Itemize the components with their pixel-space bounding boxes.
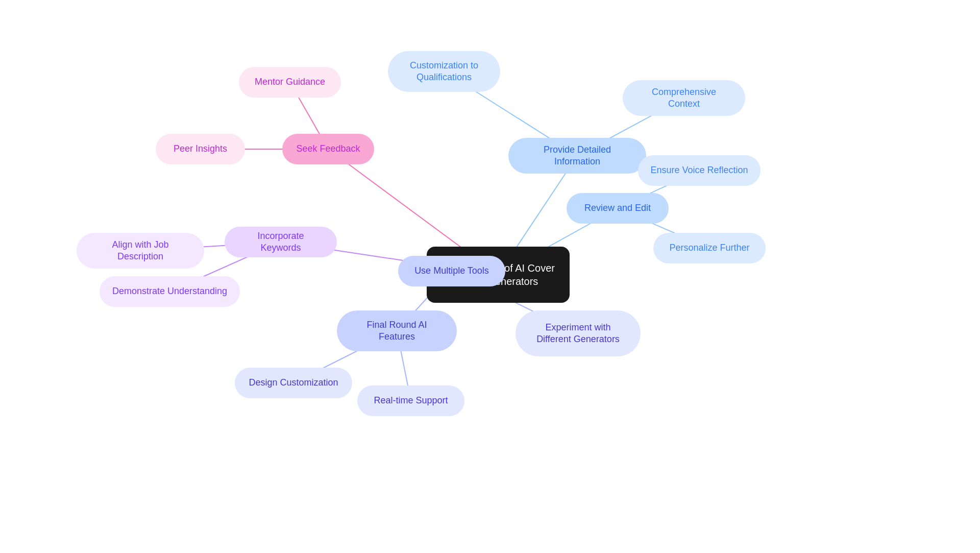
incorporate-keywords-node: Incorporate Keywords [225, 227, 337, 257]
demonstrate-node: Demonstrate Understanding [100, 276, 240, 307]
use-multiple-node: Use Multiple Tools [398, 256, 505, 286]
design-custom-node: Design Customization [235, 368, 352, 398]
align-job-node: Align with Job Description [77, 233, 204, 269]
mindmap: Effective Use of AI Cover Letter Generat… [0, 0, 980, 553]
peer-insights-node: Peer Insights [156, 134, 245, 164]
mentor-guidance-node: Mentor Guidance [239, 67, 341, 98]
comprehensive-node: Comprehensive Context [623, 80, 745, 116]
realtime-support-node: Real-time Support [357, 386, 464, 416]
personalize-node: Personalize Further [653, 233, 766, 263]
final-round-node: Final Round AI Features [337, 310, 457, 351]
review-edit-node: Review and Edit [567, 193, 669, 224]
customization-node: Customization to Qualifications [388, 51, 500, 92]
provide-detailed-node: Provide Detailed Information [508, 138, 646, 174]
experiment-node: Experiment with Different Generators [516, 310, 641, 356]
ensure-voice-node: Ensure Voice Reflection [638, 155, 761, 186]
seek-feedback-node: Seek Feedback [282, 134, 374, 164]
